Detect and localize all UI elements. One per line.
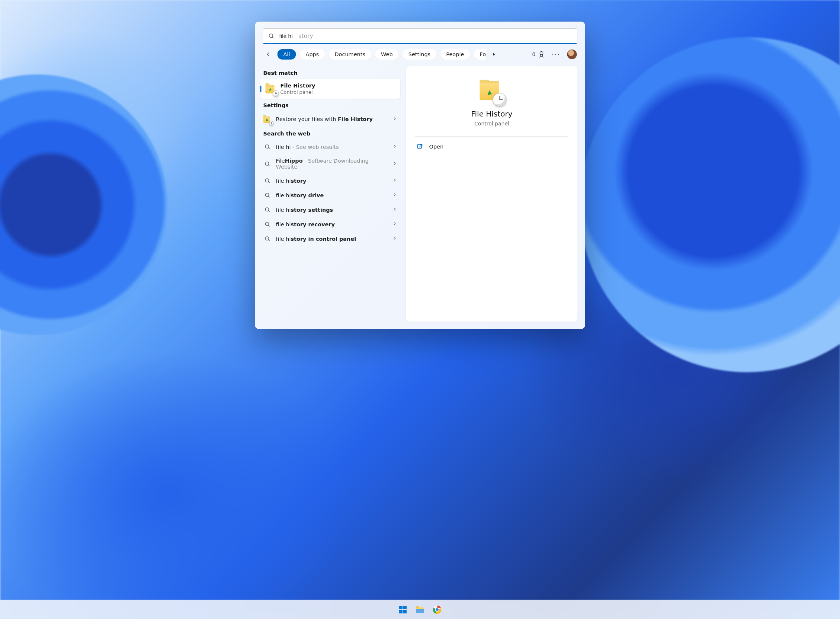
file-history-icon [479, 80, 504, 104]
filter-folders[interactable]: Folders [474, 49, 485, 60]
svg-point-4 [265, 145, 269, 148]
web-result[interactable]: file history recovery [260, 217, 400, 232]
best-match-subtitle: Control panel [280, 89, 315, 95]
file-history-icon [263, 115, 272, 123]
filter-chips: All Apps Documents Web Settings People F… [278, 49, 486, 60]
chevron-right-icon [392, 192, 397, 199]
filter-documents[interactable]: Documents [328, 49, 371, 60]
chevron-right-icon [392, 235, 397, 242]
web-result[interactable]: FileHippo - Software Downloading Website [260, 154, 400, 173]
rewards-points: 0 [532, 51, 535, 57]
search-bar[interactable]: story [263, 28, 578, 44]
open-action[interactable]: Open [415, 140, 569, 154]
search-input[interactable] [279, 33, 294, 39]
open-label: Open [429, 144, 444, 150]
svg-rect-21 [399, 610, 403, 613]
web-result[interactable]: file history [260, 173, 400, 188]
taskbar [0, 600, 840, 619]
preview-title: File History [471, 109, 513, 118]
section-web: Search the web [260, 127, 400, 140]
windows-icon [398, 605, 407, 614]
svg-point-6 [265, 161, 269, 165]
web-result[interactable]: file hi - See web results [260, 140, 400, 154]
results-list: Best match File History Control panel Se… [255, 63, 403, 329]
file-explorer-button[interactable] [415, 604, 425, 615]
svg-point-14 [265, 222, 269, 226]
filter-settings[interactable]: Settings [403, 49, 436, 60]
web-result[interactable]: file history settings [260, 202, 400, 217]
svg-point-12 [265, 208, 269, 211]
search-autocomplete-ghost: story [299, 33, 313, 39]
open-icon [417, 143, 423, 150]
search-icon [264, 161, 270, 167]
search-icon [264, 236, 270, 242]
chrome-button[interactable] [432, 604, 442, 615]
section-best-match: Best match [260, 66, 400, 79]
svg-rect-20 [403, 606, 407, 609]
search-icon [264, 192, 270, 198]
filter-all[interactable]: All [278, 49, 296, 60]
search-window: story All Apps Documents Web Settings Pe… [255, 22, 585, 329]
svg-point-0 [269, 34, 273, 37]
divider [415, 136, 569, 137]
svg-rect-24 [416, 606, 419, 608]
search-icon [264, 206, 270, 213]
rewards-button[interactable]: 0 [532, 51, 545, 58]
best-match-title: File History [280, 83, 315, 88]
svg-marker-2 [493, 53, 495, 56]
chevron-right-icon [392, 116, 397, 123]
svg-line-7 [268, 164, 269, 166]
svg-line-9 [268, 182, 269, 183]
svg-rect-25 [416, 609, 424, 613]
svg-rect-22 [403, 610, 407, 613]
svg-line-5 [268, 148, 269, 149]
chrome-icon [432, 605, 442, 615]
user-avatar[interactable] [567, 49, 577, 59]
filters-scroll-right[interactable] [489, 50, 498, 59]
chevron-right-icon [392, 160, 397, 167]
web-result[interactable]: file history drive [260, 188, 400, 202]
chevron-right-icon [392, 177, 397, 184]
preview-subtitle: Control panel [474, 121, 509, 127]
file-history-icon [266, 84, 277, 94]
svg-rect-19 [399, 606, 403, 609]
search-icon [268, 33, 275, 39]
svg-point-10 [265, 193, 269, 197]
svg-rect-18 [418, 144, 422, 148]
file-explorer-icon [415, 605, 425, 615]
svg-point-3 [540, 52, 543, 55]
start-button[interactable] [398, 604, 408, 615]
filter-people[interactable]: People [440, 49, 470, 60]
search-icon [264, 221, 270, 227]
back-button[interactable] [263, 49, 274, 60]
web-result[interactable]: file history in control panel [260, 232, 400, 246]
svg-line-1 [272, 37, 274, 38]
rewards-icon [537, 51, 545, 58]
chevron-right-icon [392, 206, 397, 213]
filter-row: All Apps Documents Web Settings People F… [255, 44, 585, 63]
settings-result-restore-files[interactable]: Restore your files with File History [260, 111, 400, 127]
chevron-right-icon [392, 143, 397, 150]
more-button[interactable]: ··· [552, 51, 560, 58]
svg-point-16 [265, 237, 269, 240]
search-icon [264, 144, 270, 150]
svg-line-13 [268, 211, 269, 212]
svg-line-17 [268, 240, 269, 241]
filter-web[interactable]: Web [375, 49, 399, 60]
filter-apps[interactable]: Apps [300, 49, 325, 60]
svg-line-11 [268, 196, 269, 197]
best-match-result[interactable]: File History Control panel [260, 79, 400, 99]
chevron-right-icon [392, 221, 397, 228]
search-icon [264, 178, 270, 184]
preview-pane: File History Control panel Open [406, 66, 578, 321]
section-settings: Settings [260, 99, 400, 111]
svg-line-15 [268, 225, 269, 226]
svg-point-8 [265, 179, 269, 182]
